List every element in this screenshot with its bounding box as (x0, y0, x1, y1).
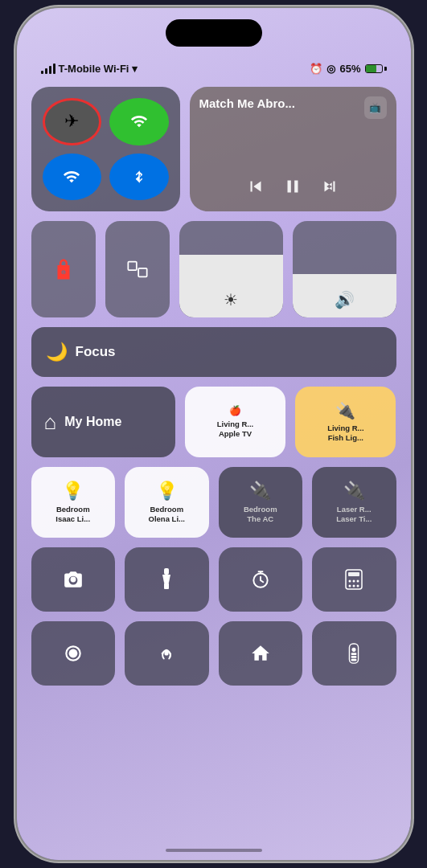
record-button[interactable] (31, 621, 116, 686)
skip-back-button[interactable] (245, 176, 266, 202)
svg-point-21 (352, 649, 355, 652)
media-player: Match Me Abro... 📺 (190, 87, 396, 211)
airplane-mode-button[interactable]: ✈ (43, 98, 102, 145)
svg-rect-23 (351, 657, 356, 657)
phone-frame: T-Mobile Wi-Fi ▾ ⏰ ◎ 65% ✈ (17, 8, 411, 860)
volume-icon: 🔊 (335, 290, 355, 309)
media-title: Match Me Abro... (199, 96, 295, 110)
svg-rect-4 (138, 268, 147, 277)
wifi-icon: ▾ (132, 63, 138, 75)
svg-rect-24 (351, 659, 356, 660)
status-bar: T-Mobile Wi-Fi ▾ ⏰ ◎ 65% (17, 56, 411, 80)
row-home-tiles: ⌂ My Home 🍎 Living R... Apple TV 🔌 Livin… (31, 387, 396, 457)
wifi-button[interactable] (43, 154, 102, 201)
home-app-button[interactable] (219, 621, 303, 686)
remote-button[interactable] (312, 621, 396, 686)
camera-button[interactable] (31, 547, 116, 612)
row-controls: ☀ 🔊 (31, 221, 396, 317)
row-bottom (31, 621, 396, 686)
screen-lock-button[interactable] (31, 221, 96, 317)
svg-point-12 (353, 580, 355, 583)
light-bulb-icon-2: 💡 (156, 481, 178, 502)
status-left: T-Mobile Wi-Fi ▾ (41, 63, 138, 75)
status-right: ⏰ ◎ 65% (310, 63, 386, 75)
svg-point-19 (166, 652, 168, 654)
flashlight-button[interactable] (125, 547, 209, 612)
bedroom-olena-tile[interactable]: 💡 Bedroom Olena Li... (125, 467, 209, 538)
light-bulb-icon-1: 💡 (62, 481, 84, 502)
bedroom-isaac-tile[interactable]: 💡 Bedroom Isaac Li... (31, 467, 116, 538)
bedroom-ac-label: Bedroom The AC (244, 505, 277, 525)
battery-fill (366, 65, 376, 72)
apple-tv-tile[interactable]: 🍎 Living R... Apple TV (185, 387, 285, 457)
brightness-slider[interactable]: ☀ (179, 221, 283, 317)
phone-screen: T-Mobile Wi-Fi ▾ ⏰ ◎ 65% ✈ (17, 8, 411, 860)
fish-light-tile[interactable]: 🔌 Living R... Fish Lig... (295, 387, 396, 457)
laser-outlet-icon: 🔌 (343, 481, 365, 502)
play-pause-button[interactable] (282, 176, 303, 202)
brightness-icon: ☀ (224, 290, 238, 309)
location-icon: ◎ (326, 63, 335, 75)
svg-marker-6 (162, 575, 170, 583)
volume-slider[interactable]: 🔊 (293, 221, 396, 317)
row-devices: 💡 Bedroom Isaac Li... 💡 Bedroom Olena Li… (31, 467, 396, 538)
laser-timer-tile[interactable]: 🔌 Laser R... Laser Ti... (312, 467, 396, 538)
apple-tv-label: Living R... Apple TV (217, 420, 253, 440)
svg-point-14 (349, 585, 351, 588)
svg-point-16 (357, 585, 359, 588)
timer-button[interactable] (219, 547, 303, 612)
skip-forward-button[interactable] (319, 176, 340, 202)
svg-rect-3 (128, 262, 137, 271)
media-controls (199, 176, 387, 202)
row-utility (31, 547, 396, 612)
ac-outlet-icon: 🔌 (249, 481, 271, 502)
screen-mirror-button[interactable] (105, 221, 170, 317)
carrier-label: T-Mobile Wi-Fi (59, 63, 129, 75)
bedroom-olena-label: Bedroom Olena Li... (149, 505, 185, 525)
dynamic-island (166, 19, 262, 47)
apple-tv-media-icon: 📺 (364, 96, 387, 119)
home-indicator (166, 849, 262, 852)
bedroom-ac-tile[interactable]: 🔌 Bedroom The AC (219, 467, 303, 538)
row-network-media: ✈ (31, 87, 396, 211)
fish-light-label: Living R... Fish Lig... (327, 424, 363, 444)
svg-rect-7 (164, 583, 169, 589)
home-icon: ⌂ (44, 410, 57, 435)
signal-bars (41, 63, 55, 74)
svg-point-13 (357, 580, 359, 583)
svg-point-15 (353, 585, 355, 588)
bedroom-isaac-label: Bedroom Isaac Li... (55, 505, 90, 525)
apple-tv-icon: 🍎 (229, 405, 241, 416)
bluetooth-button[interactable] (109, 154, 169, 201)
laser-timer-label: Laser R... Laser Ti... (336, 505, 372, 525)
fish-light-icon: 🔌 (335, 401, 355, 420)
svg-point-11 (349, 580, 351, 583)
svg-rect-22 (351, 653, 356, 654)
network-grid: ✈ (31, 87, 180, 211)
alarm-icon: ⏰ (310, 63, 322, 75)
focus-button[interactable]: 🌙 Focus (31, 327, 396, 377)
svg-point-18 (68, 649, 77, 658)
battery-icon (365, 64, 387, 73)
focus-label: Focus (76, 344, 116, 360)
my-home-label: My Home (64, 415, 121, 429)
moon-icon: 🌙 (46, 342, 68, 362)
calculator-button[interactable] (312, 547, 396, 612)
cellular-button[interactable] (109, 98, 169, 145)
control-center: ✈ (31, 87, 396, 820)
my-home-button[interactable]: ⌂ My Home (31, 387, 175, 457)
svg-rect-5 (164, 568, 169, 575)
row-focus: 🌙 Focus (31, 327, 396, 377)
svg-rect-10 (348, 572, 359, 576)
battery-percent: 65% (339, 63, 360, 75)
shazam-button[interactable] (125, 621, 209, 686)
